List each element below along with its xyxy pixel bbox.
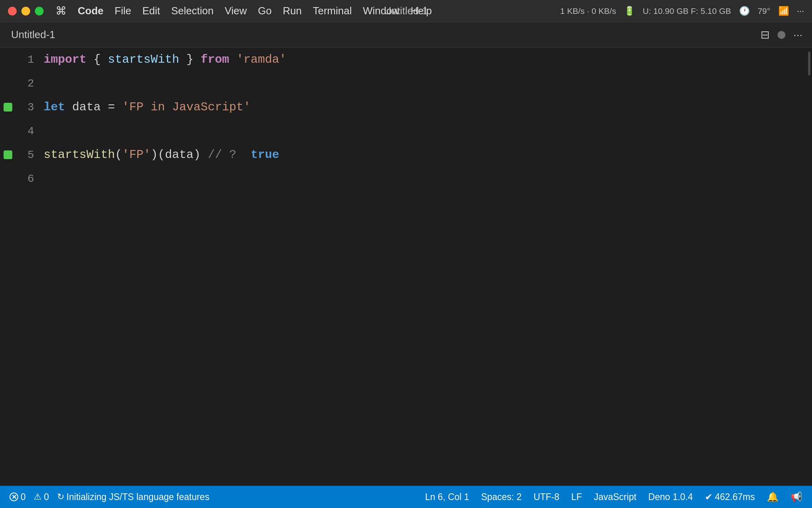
breakpoint-5[interactable]	[0, 150, 16, 159]
spaces-text: Spaces: 2	[481, 492, 521, 502]
token-true: true	[251, 148, 279, 162]
more-icon[interactable]: ···	[797, 6, 804, 16]
token-space1: {	[86, 53, 108, 66]
breakpoint-3[interactable]	[0, 103, 16, 112]
line-number-3: 3	[16, 101, 38, 114]
warning-number: 0	[44, 492, 49, 502]
tab-status-dot	[778, 31, 785, 39]
broadcast-icon[interactable]: 📢	[791, 491, 802, 502]
line-number-5: 5	[16, 149, 38, 161]
menu-file[interactable]: File	[115, 5, 131, 17]
sync-icon: ↻	[57, 492, 64, 502]
status-bar-right: Ln 6, Col 1 Spaces: 2 UTF-8 LF JavaScrip…	[425, 491, 802, 502]
token-empty-4	[44, 124, 51, 138]
token-let: let	[44, 100, 65, 114]
line-ending[interactable]: LF	[571, 492, 582, 502]
menu-code[interactable]: Code	[78, 5, 103, 17]
line-row-2: 2	[0, 71, 40, 95]
token-startswith-5: startsWith	[44, 148, 115, 162]
tab-title: Untitled-1	[11, 29, 55, 41]
runtime-text: Deno 1.0.4	[648, 492, 693, 502]
token-space2: }	[179, 53, 201, 66]
code-line-6	[44, 167, 798, 190]
indentation[interactable]: Spaces: 2	[481, 492, 521, 502]
editor-tab[interactable]: Untitled-1	[10, 29, 57, 41]
token-fp-string: 'FP in JavaScript'	[122, 100, 251, 114]
token-paren-data: )(data)	[151, 148, 208, 162]
tab-bar: Untitled-1 ⊟ ···	[0, 22, 812, 48]
split-editor-icon[interactable]: ⊟	[760, 28, 770, 41]
code-line-5: startsWith ( 'FP' )(data) // ? true	[44, 143, 798, 167]
wifi-icon: 📶	[778, 6, 789, 16]
temperature: 79°	[758, 6, 770, 16]
line-row-1: 1	[0, 48, 40, 71]
token-empty-2	[44, 77, 51, 90]
token-data-eq: data =	[65, 100, 122, 114]
line-row-5: 5	[0, 143, 40, 167]
status-bar-left: ✕ 0 ⚠ 0 ↻ Initializing JS/TS language fe…	[10, 492, 209, 502]
editor-area: 1 2 3 4	[0, 48, 812, 486]
code-line-2	[44, 71, 798, 95]
code-line-4	[44, 119, 798, 143]
line-row-6: 6	[0, 167, 40, 190]
window-title: Untitled-1	[384, 5, 428, 17]
token-import: import	[44, 53, 86, 66]
timing[interactable]: ✔ 462.67ms	[705, 492, 755, 502]
encoding-text: UTF-8	[534, 492, 559, 502]
close-button[interactable]	[8, 7, 17, 15]
breakpoint-indicator-5	[4, 150, 12, 159]
token-paren-open: (	[115, 148, 122, 162]
line-number-2: 2	[16, 77, 38, 90]
language-text: JavaScript	[594, 492, 636, 502]
clock-icon: 🕐	[739, 6, 750, 16]
token-from: from	[201, 53, 229, 66]
menu-selection[interactable]: Selection	[171, 5, 214, 17]
apple-menu[interactable]: ⌘	[56, 4, 67, 17]
menu-bar: ⌘ Code File Edit Selection View Go Run T…	[56, 4, 560, 17]
token-fp-arg: 'FP'	[122, 148, 151, 162]
cursor-position[interactable]: Ln 6, Col 1	[425, 492, 469, 502]
menu-terminal[interactable]: Terminal	[313, 5, 352, 17]
error-icon: ✕	[10, 493, 18, 501]
line-gutter: 1 2 3 4	[0, 48, 40, 486]
more-options-icon[interactable]: ···	[793, 29, 802, 41]
titlebar-right: 1 KB/s · 0 KB/s 🔋 U: 10.90 GB F: 5.10 GB…	[560, 6, 804, 16]
warning-icon: ⚠	[34, 492, 42, 502]
timing-text: ✔ 462.67ms	[705, 492, 755, 502]
line-number-6: 6	[16, 173, 38, 185]
error-count[interactable]: ✕ 0	[10, 492, 26, 502]
token-startswith-1: startsWith	[108, 53, 179, 66]
token-comment-q: // ?	[208, 148, 243, 162]
menu-run[interactable]: Run	[283, 5, 302, 17]
warning-count[interactable]: ⚠ 0	[34, 492, 49, 502]
error-number: 0	[21, 492, 26, 502]
token-space-before-true	[243, 148, 251, 162]
line-row-3: 3	[0, 95, 40, 119]
sync-status[interactable]: ↻ Initializing JS/TS language features	[57, 492, 210, 502]
code-line-3: let data = 'FP in JavaScript'	[44, 95, 798, 119]
titlebar: ⌘ Code File Edit Selection View Go Run T…	[0, 0, 812, 22]
line-number-1: 1	[16, 54, 38, 66]
position-text: Ln 6, Col 1	[425, 492, 469, 502]
menu-view[interactable]: View	[225, 5, 247, 17]
code-editor[interactable]: import { startsWith } from 'ramda' let d…	[40, 48, 806, 486]
menu-edit[interactable]: Edit	[142, 5, 160, 17]
code-line-1: import { startsWith } from 'ramda'	[44, 48, 798, 71]
vertical-scrollbar[interactable]	[806, 48, 812, 486]
battery-icon: 🔋	[624, 6, 635, 16]
notification-icon[interactable]: 🔔	[767, 491, 779, 502]
storage-stats: U: 10.90 GB F: 5.10 GB	[643, 6, 731, 16]
maximize-button[interactable]	[35, 7, 44, 15]
initializing-text: Initializing JS/TS language features	[67, 492, 210, 502]
breakpoint-indicator-3	[4, 103, 12, 112]
menu-go[interactable]: Go	[258, 5, 272, 17]
tab-actions: ⊟ ···	[760, 28, 802, 41]
traffic-lights	[8, 7, 44, 15]
network-stats: 1 KB/s · 0 KB/s	[560, 6, 616, 16]
minimize-button[interactable]	[21, 7, 30, 15]
language-mode[interactable]: JavaScript	[594, 492, 636, 502]
encoding[interactable]: UTF-8	[534, 492, 559, 502]
line-ending-text: LF	[571, 492, 582, 502]
token-space3	[229, 53, 236, 66]
runtime-version[interactable]: Deno 1.0.4	[648, 492, 693, 502]
